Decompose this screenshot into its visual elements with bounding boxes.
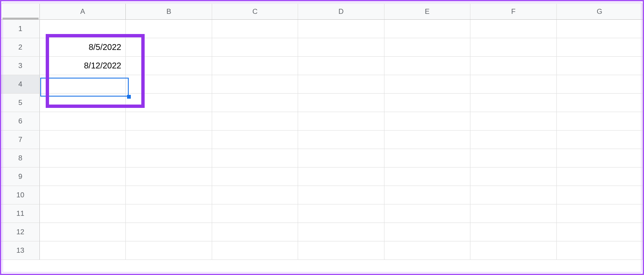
cell-C7[interactable]: [212, 131, 298, 149]
cell-D4[interactable]: [298, 75, 384, 94]
cell-B9[interactable]: [126, 168, 212, 186]
fill-handle[interactable]: [127, 95, 131, 99]
cell-G13[interactable]: [557, 241, 643, 260]
cell-D9[interactable]: [298, 168, 384, 186]
cell-A2[interactable]: 8/5/2022: [40, 38, 126, 57]
column-header-G[interactable]: G: [557, 4, 643, 19]
cell-C11[interactable]: [212, 204, 298, 223]
cell-C9[interactable]: [212, 168, 298, 186]
cell-E13[interactable]: [384, 241, 470, 260]
cell-C12[interactable]: [212, 223, 298, 241]
cell-D12[interactable]: [298, 223, 384, 241]
cell-F1[interactable]: [470, 20, 556, 38]
cell-D11[interactable]: [298, 204, 384, 223]
cell-G6[interactable]: [557, 112, 643, 131]
column-header-C[interactable]: C: [212, 4, 298, 19]
cell-A6[interactable]: [40, 112, 126, 131]
row-header-10[interactable]: 10: [1, 186, 40, 204]
cell-F6[interactable]: [470, 112, 556, 131]
cell-B10[interactable]: [126, 186, 212, 204]
cell-B3[interactable]: [126, 57, 212, 75]
cell-E6[interactable]: [384, 112, 470, 131]
row-header-6[interactable]: 6: [1, 112, 40, 131]
cell-C10[interactable]: [212, 186, 298, 204]
column-header-B[interactable]: B: [126, 4, 212, 19]
cell-F8[interactable]: [470, 149, 556, 168]
column-header-E[interactable]: E: [384, 4, 470, 19]
cell-F7[interactable]: [470, 131, 556, 149]
cell-D5[interactable]: [298, 94, 384, 112]
row-header-4[interactable]: 4: [1, 75, 40, 94]
select-all-corner[interactable]: [1, 4, 40, 19]
row-header-5[interactable]: 5: [1, 94, 40, 112]
cell-A13[interactable]: [40, 241, 126, 260]
cell-B2[interactable]: [126, 38, 212, 57]
cell-G7[interactable]: [557, 131, 643, 149]
cell-A11[interactable]: [40, 204, 126, 223]
cell-G2[interactable]: [557, 38, 643, 57]
cell-F10[interactable]: [470, 186, 556, 204]
row-header-9[interactable]: 9: [1, 168, 40, 186]
cell-A5[interactable]: [40, 94, 126, 112]
cell-A12[interactable]: [40, 223, 126, 241]
cell-D8[interactable]: [298, 149, 384, 168]
cell-B1[interactable]: [126, 20, 212, 38]
cell-F3[interactable]: [470, 57, 556, 75]
cell-D13[interactable]: [298, 241, 384, 260]
cell-A4[interactable]: [40, 75, 126, 94]
cell-E2[interactable]: [384, 38, 470, 57]
column-header-F[interactable]: F: [470, 4, 556, 19]
row-header-7[interactable]: 7: [1, 131, 40, 149]
cell-G3[interactable]: [557, 57, 643, 75]
row-header-12[interactable]: 12: [1, 223, 40, 241]
cell-C1[interactable]: [212, 20, 298, 38]
cell-D1[interactable]: [298, 20, 384, 38]
cell-B4[interactable]: [126, 75, 212, 94]
cell-E3[interactable]: [384, 57, 470, 75]
cell-B8[interactable]: [126, 149, 212, 168]
cell-A10[interactable]: [40, 186, 126, 204]
cell-G12[interactable]: [557, 223, 643, 241]
cell-B7[interactable]: [126, 131, 212, 149]
cell-A7[interactable]: [40, 131, 126, 149]
cell-E12[interactable]: [384, 223, 470, 241]
column-header-A[interactable]: A: [40, 4, 126, 19]
cell-A9[interactable]: [40, 168, 126, 186]
cell-D3[interactable]: [298, 57, 384, 75]
cell-G4[interactable]: [557, 75, 643, 94]
cell-E4[interactable]: [384, 75, 470, 94]
cell-E9[interactable]: [384, 168, 470, 186]
cell-F4[interactable]: [470, 75, 556, 94]
cell-B11[interactable]: [126, 204, 212, 223]
cell-E1[interactable]: [384, 20, 470, 38]
row-header-3[interactable]: 3: [1, 57, 40, 75]
cell-C4[interactable]: [212, 75, 298, 94]
cell-F2[interactable]: [470, 38, 556, 57]
cell-C13[interactable]: [212, 241, 298, 260]
row-header-13[interactable]: 13: [1, 241, 40, 260]
cell-D10[interactable]: [298, 186, 384, 204]
cell-B6[interactable]: [126, 112, 212, 131]
cell-E7[interactable]: [384, 131, 470, 149]
cell-F5[interactable]: [470, 94, 556, 112]
row-header-8[interactable]: 8: [1, 149, 40, 168]
cell-G9[interactable]: [557, 168, 643, 186]
cell-F12[interactable]: [470, 223, 556, 241]
cell-A8[interactable]: [40, 149, 126, 168]
row-header-1[interactable]: 1: [1, 20, 40, 38]
cell-D6[interactable]: [298, 112, 384, 131]
cell-A1[interactable]: [40, 20, 126, 38]
cell-G11[interactable]: [557, 204, 643, 223]
cell-A3[interactable]: 8/12/2022: [40, 57, 126, 75]
cell-B13[interactable]: [126, 241, 212, 260]
row-header-11[interactable]: 11: [1, 204, 40, 223]
cell-C8[interactable]: [212, 149, 298, 168]
row-header-2[interactable]: 2: [1, 38, 40, 57]
cell-C3[interactable]: [212, 57, 298, 75]
cell-D7[interactable]: [298, 131, 384, 149]
cell-C2[interactable]: [212, 38, 298, 57]
cell-E5[interactable]: [384, 94, 470, 112]
cell-C6[interactable]: [212, 112, 298, 131]
cell-F13[interactable]: [470, 241, 556, 260]
cell-E8[interactable]: [384, 149, 470, 168]
